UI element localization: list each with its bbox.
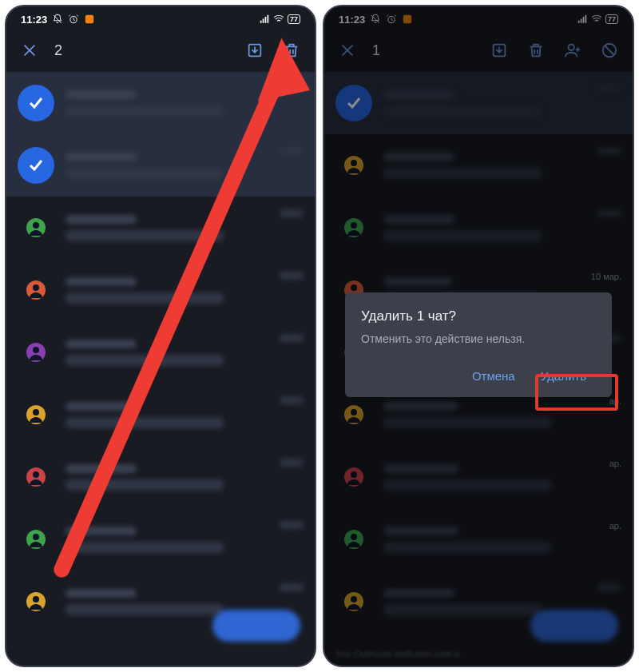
selected-check-icon	[18, 147, 54, 184]
chat-row[interactable]	[6, 72, 315, 134]
delete-confirm-dialog: Удалить 1 чат? Отменить это действие нел…	[345, 292, 612, 397]
chat-preview-blurred	[65, 277, 268, 304]
dialog-confirm-button[interactable]: Удалить	[531, 363, 596, 389]
svg-rect-1	[85, 15, 94, 24]
chat-timestamp	[280, 583, 304, 591]
chat-timestamp	[280, 459, 304, 467]
dialog-cancel-button[interactable]: Отмена	[462, 363, 525, 389]
chat-timestamp	[280, 521, 304, 529]
dialog-title: Удалить 1 чат?	[361, 308, 596, 324]
delete-button[interactable]	[276, 35, 307, 66]
compose-fab[interactable]	[212, 610, 300, 642]
avatar	[18, 583, 54, 620]
phone-frame-2: 11:23 77 1	[323, 5, 634, 667]
avatar	[18, 334, 54, 371]
status-bar: 11:23 77	[6, 6, 315, 29]
avatar	[18, 209, 54, 246]
chat-row[interactable]	[6, 508, 315, 571]
chat-preview-blurred	[65, 340, 268, 366]
clock: 11:23	[21, 14, 47, 26]
chat-timestamp	[280, 85, 304, 93]
chat-preview-blurred	[65, 402, 268, 428]
selected-count: 2	[54, 42, 62, 59]
chat-preview-blurred	[65, 527, 268, 553]
battery-indicator: 77	[288, 14, 300, 24]
wifi-icon	[273, 14, 284, 25]
chat-row[interactable]	[6, 259, 315, 321]
chat-row[interactable]	[6, 197, 315, 259]
avatar	[18, 459, 54, 495]
chat-list[interactable]	[6, 72, 315, 633]
chat-row[interactable]	[6, 446, 315, 508]
chat-preview-blurred	[65, 464, 268, 491]
avatar	[18, 521, 54, 558]
close-selection-button[interactable]	[14, 35, 45, 66]
chat-row[interactable]	[6, 134, 315, 197]
chat-timestamp	[280, 396, 304, 404]
dialog-message: Отменить это действие нельзя.	[361, 332, 596, 345]
chat-row[interactable]	[6, 321, 315, 384]
svg-point-12	[33, 471, 39, 478]
chat-preview-blurred	[65, 215, 268, 241]
archive-button[interactable]	[240, 35, 270, 66]
chat-timestamp	[280, 334, 304, 342]
avatar	[18, 396, 54, 433]
svg-point-10	[33, 409, 39, 416]
avatar	[18, 272, 54, 308]
svg-point-6	[33, 284, 39, 291]
svg-point-14	[33, 534, 39, 540]
svg-point-8	[33, 347, 39, 353]
phone-frame-1: 11:23 77 2	[5, 5, 316, 667]
selection-topbar: 2	[6, 29, 315, 72]
svg-point-16	[33, 596, 39, 602]
svg-point-4	[33, 222, 39, 229]
chat-timestamp	[280, 209, 304, 217]
chat-preview-blurred	[65, 90, 268, 117]
chat-preview-blurred	[65, 153, 268, 179]
chat-timestamp	[280, 272, 304, 280]
alarm-icon	[68, 14, 79, 25]
signal-icon	[259, 14, 270, 25]
chat-timestamp	[280, 147, 304, 155]
app-badge-icon	[84, 14, 95, 25]
selected-check-icon	[18, 85, 54, 121]
chat-row[interactable]	[6, 384, 315, 446]
dnd-icon	[52, 14, 63, 25]
